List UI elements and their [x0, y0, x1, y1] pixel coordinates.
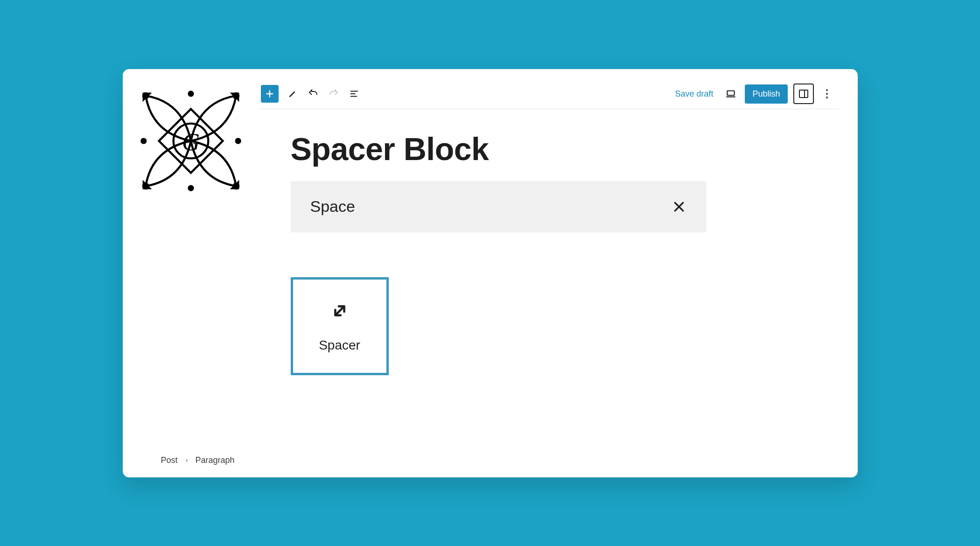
- svg-rect-12: [799, 90, 808, 98]
- svg-point-15: [826, 93, 827, 95]
- document-overview-button[interactable]: [348, 87, 361, 100]
- breadcrumb-current[interactable]: Paragraph: [196, 455, 235, 465]
- settings-sidebar-toggle[interactable]: [793, 84, 814, 104]
- laptop-icon: [725, 88, 737, 100]
- block-result-spacer[interactable]: Spacer: [291, 277, 389, 375]
- block-inserter-button[interactable]: [261, 85, 279, 103]
- svg-point-4: [189, 91, 193, 96]
- undo-button[interactable]: [307, 87, 320, 100]
- resize-icon: [329, 300, 350, 322]
- svg-text:G: G: [182, 128, 199, 155]
- list-view-icon: [349, 89, 359, 99]
- clear-search-button[interactable]: [669, 196, 689, 217]
- editor-canvas: Spacer Block Space Spacer: [258, 109, 858, 477]
- kebab-icon: [826, 89, 828, 99]
- svg-rect-11: [728, 91, 735, 96]
- svg-point-5: [189, 186, 193, 190]
- editor-window: G: [123, 69, 858, 477]
- redo-icon: [328, 88, 339, 99]
- svg-point-16: [826, 97, 827, 98]
- plus-icon: [265, 89, 275, 99]
- block-search-input[interactable]: Space: [310, 197, 669, 216]
- publish-button[interactable]: Publish: [745, 84, 787, 104]
- preview-button[interactable]: [724, 87, 737, 100]
- save-draft-button[interactable]: Save draft: [671, 86, 717, 102]
- pencil-icon: [287, 89, 298, 99]
- toolbar-left-group: [258, 85, 361, 103]
- svg-point-14: [826, 89, 827, 91]
- main-column: Save draft Publish Spacer Block Space: [258, 69, 858, 477]
- block-result-label: Spacer: [319, 338, 360, 353]
- tools-button[interactable]: [286, 87, 299, 100]
- more-menu-button[interactable]: [819, 84, 834, 104]
- toolbar-right-group: Save draft Publish: [671, 84, 834, 104]
- block-breadcrumb: Post Paragraph: [161, 455, 235, 465]
- spacer-block-icon: [329, 300, 351, 322]
- svg-point-6: [141, 139, 146, 143]
- redo-button: [327, 87, 340, 100]
- breadcrumb-root[interactable]: Post: [161, 455, 178, 465]
- close-icon: [672, 200, 686, 214]
- site-logo[interactable]: G: [140, 90, 242, 192]
- gutenberg-logo-icon: G: [140, 90, 242, 192]
- sidebar-icon: [798, 88, 809, 99]
- undo-icon: [308, 88, 319, 99]
- svg-point-7: [236, 139, 240, 143]
- chevron-right-icon: [184, 455, 189, 465]
- block-search-bar[interactable]: Space: [291, 181, 706, 232]
- page-title[interactable]: Spacer Block: [291, 131, 858, 167]
- editor-toolbar: Save draft Publish: [258, 79, 839, 109]
- left-column: G: [123, 69, 258, 477]
